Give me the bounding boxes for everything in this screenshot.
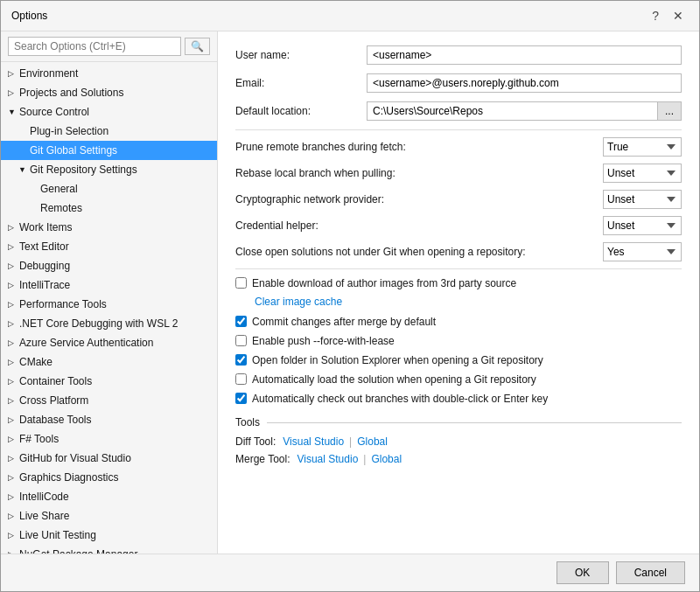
- tree-item-git-repo-settings[interactable]: ▼Git Repository Settings: [1, 160, 217, 179]
- tree-arrow-projects: ▷: [8, 85, 17, 101]
- right-content: User name: Email: Default location: ...: [218, 31, 699, 554]
- author-images-row: Enable download of author images from 3r…: [235, 276, 682, 290]
- browse-button[interactable]: ...: [657, 101, 682, 121]
- tree-item-database-tools[interactable]: ▷Database Tools: [1, 410, 217, 429]
- tree-item-git-global-settings[interactable]: Git Global Settings: [1, 141, 217, 160]
- tree-label-net-core-debugging: .NET Core Debugging with WSL 2: [19, 316, 178, 331]
- commit-changes-label[interactable]: Commit changes after merge by default: [252, 315, 436, 329]
- tree-item-net-core-debugging[interactable]: ▷.NET Core Debugging with WSL 2: [1, 314, 217, 333]
- search-input[interactable]: [8, 37, 181, 56]
- dialog-title: Options: [11, 10, 47, 22]
- tree-label-live-share: Live Share: [19, 508, 69, 524]
- tree-item-graphics-diagnostics[interactable]: ▷Graphics Diagnostics: [1, 468, 217, 487]
- tree-arrow-debugging: ▷: [8, 258, 17, 274]
- merge-tool-separator: |: [363, 453, 366, 465]
- tree-arrow-container-tools: ▷: [8, 373, 17, 389]
- location-label: Default location:: [235, 105, 367, 117]
- tree-label-general: General: [40, 181, 78, 197]
- tree-item-projects[interactable]: ▷Projects and Solutions: [1, 83, 217, 102]
- auto-load-label[interactable]: Automatically load the solution when ope…: [252, 373, 536, 387]
- enable-push-label[interactable]: Enable push --force-with-lease: [252, 334, 395, 348]
- search-button[interactable]: 🔍: [185, 38, 210, 55]
- tree-label-remotes: Remotes: [40, 200, 82, 216]
- tree-item-azure-auth[interactable]: ▷Azure Service Authentication: [1, 333, 217, 352]
- right-panel: User name: Email: Default location: ...: [218, 31, 699, 554]
- merge-tool-vs[interactable]: Visual Studio: [297, 453, 358, 465]
- rebase-select[interactable]: Unset True False: [603, 164, 682, 183]
- tree-label-github-vs: GitHub for Visual Studio: [19, 450, 131, 466]
- prune-select[interactable]: True False: [603, 137, 682, 157]
- tree-label-work-items: Work Items: [19, 219, 72, 235]
- location-row: Default location: ...: [235, 101, 682, 121]
- tree-item-source-control[interactable]: ▼Source Control: [1, 102, 217, 122]
- author-images-checkbox[interactable]: [235, 277, 247, 289]
- prune-row: Prune remote branches during fetch: True…: [235, 137, 682, 157]
- tree-item-performance-tools[interactable]: ▷Performance Tools: [1, 295, 217, 314]
- tree-arrow-azure-auth: ▷: [8, 335, 17, 351]
- tree-arrow-git-repo-settings: ▼: [18, 162, 27, 178]
- search-bar: 🔍: [1, 31, 217, 62]
- username-input[interactable]: [367, 45, 682, 65]
- email-input[interactable]: [367, 73, 682, 93]
- enable-push-checkbox[interactable]: [235, 335, 247, 346]
- tree-item-general[interactable]: General: [1, 179, 217, 198]
- tree-label-database-tools: Database Tools: [19, 412, 92, 428]
- tree-arrow-fsharp-tools: ▷: [8, 431, 17, 447]
- tools-section-header: Tools: [235, 416, 682, 428]
- crypto-label: Cryptographic network provider:: [235, 193, 603, 205]
- location-input[interactable]: [367, 101, 657, 121]
- clear-cache-link[interactable]: Clear image cache: [255, 296, 342, 308]
- merge-tool-row: Merge Tool: Visual Studio | Global: [235, 453, 682, 465]
- tree-label-git-repo-settings: Git Repository Settings: [30, 162, 137, 178]
- tree-item-live-share[interactable]: ▷Live Share: [1, 506, 217, 526]
- tree-item-nuget-manager[interactable]: ▷NuGet Package Manager: [1, 545, 217, 554]
- tree-item-intellicode[interactable]: ▷IntelliCode: [1, 487, 217, 506]
- tree-item-cross-platform[interactable]: ▷Cross Platform: [1, 391, 217, 410]
- username-row: User name:: [235, 45, 682, 65]
- auto-checkout-label[interactable]: Automatically check out branches with do…: [252, 392, 548, 406]
- auto-load-checkbox[interactable]: [235, 373, 247, 385]
- tools-section-label: Tools: [235, 416, 260, 428]
- commit-changes-checkbox[interactable]: [235, 316, 247, 327]
- tree-label-intellicode: IntelliCode: [19, 489, 69, 505]
- auto-checkout-row: Automatically check out branches with do…: [235, 392, 682, 406]
- merge-tool-global[interactable]: Global: [371, 453, 402, 465]
- tree-item-text-editor[interactable]: ▷Text Editor: [1, 237, 217, 256]
- tree-item-container-tools[interactable]: ▷Container Tools: [1, 372, 217, 391]
- tree-label-nuget-manager: NuGet Package Manager: [19, 547, 137, 554]
- tree-label-debugging: Debugging: [19, 258, 70, 274]
- tree-item-cmake[interactable]: ▷CMake: [1, 352, 217, 372]
- open-folder-row: Open folder in Solution Explorer when op…: [235, 353, 682, 367]
- tree-item-debugging[interactable]: ▷Debugging: [1, 256, 217, 275]
- tree-item-plug-in-selection[interactable]: Plug-in Selection: [1, 122, 217, 141]
- tree-arrow-performance-tools: ▷: [8, 296, 17, 312]
- tree-label-graphics-diagnostics: Graphics Diagnostics: [19, 470, 118, 485]
- merge-tool-label: Merge Tool:: [235, 453, 290, 465]
- tree-item-environment[interactable]: ▷Environment: [1, 64, 217, 83]
- auto-checkout-checkbox[interactable]: [235, 393, 247, 404]
- left-panel: 🔍 ▷Environment▷Projects and Solutions▼So…: [1, 31, 218, 554]
- tree-item-remotes[interactable]: Remotes: [1, 198, 217, 218]
- help-button[interactable]: ?: [647, 8, 664, 24]
- tools-section-line: [267, 422, 682, 423]
- crypto-row: Cryptographic network provider: Unset Op…: [235, 190, 682, 209]
- ok-button[interactable]: OK: [556, 561, 609, 584]
- credential-select[interactable]: Unset True False: [603, 216, 682, 235]
- author-images-label[interactable]: Enable download of author images from 3r…: [252, 276, 516, 290]
- tree-item-work-items[interactable]: ▷Work Items: [1, 218, 217, 237]
- diff-tool-vs[interactable]: Visual Studio: [283, 435, 344, 448]
- tree-label-fsharp-tools: F# Tools: [19, 431, 59, 447]
- cancel-button[interactable]: Cancel: [616, 561, 685, 584]
- diff-tool-global[interactable]: Global: [357, 435, 388, 448]
- open-folder-checkbox[interactable]: [235, 354, 247, 366]
- open-folder-label[interactable]: Open folder in Solution Explorer when op…: [252, 353, 543, 367]
- tree-label-source-control: Source Control: [19, 104, 89, 120]
- close-solutions-select[interactable]: Yes No: [603, 242, 682, 261]
- rebase-label: Rebase local branch when pulling:: [235, 167, 603, 179]
- close-button[interactable]: ✕: [668, 8, 689, 24]
- crypto-select[interactable]: Unset OpenSSL SChannel: [603, 190, 682, 209]
- tree-item-github-vs[interactable]: ▷GitHub for Visual Studio: [1, 449, 217, 468]
- tree-item-intellitrace[interactable]: ▷IntelliTrace: [1, 275, 217, 295]
- tree-item-live-unit-testing[interactable]: ▷Live Unit Testing: [1, 526, 217, 545]
- tree-item-fsharp-tools[interactable]: ▷F# Tools: [1, 429, 217, 449]
